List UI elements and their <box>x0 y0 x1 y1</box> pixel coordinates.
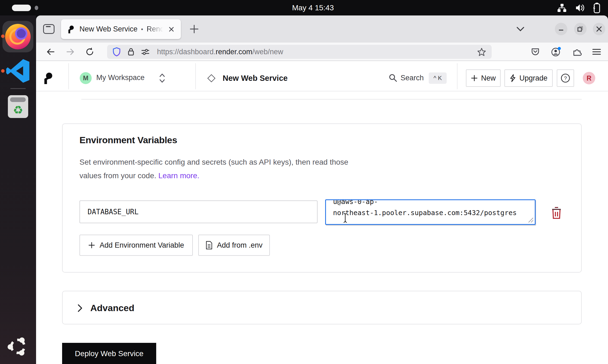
account-avatar[interactable]: R <box>583 72 595 84</box>
env-value-textarea[interactable]: u@aws-0-ap- northeast-1.pooler.supabase.… <box>325 199 536 225</box>
service-diamond-icon <box>207 74 216 82</box>
extensions-puzzle-icon[interactable] <box>572 47 582 57</box>
delete-variable-trash-icon[interactable] <box>551 206 562 219</box>
env-value-line1: u@aws-0-ap- <box>333 199 378 206</box>
browser-window: New Web Service • Rend <box>36 15 608 364</box>
url-prefix: https://dashboard. <box>157 48 216 56</box>
env-description: Set environment-specific config and secr… <box>79 155 348 183</box>
tab-strip: New Web Service • Rend <box>36 15 608 43</box>
render-favicon <box>66 25 75 33</box>
text-cursor <box>343 212 348 223</box>
chevron-right-icon[interactable] <box>77 303 83 313</box>
tab-list-chevron-icon[interactable] <box>516 26 525 32</box>
plus-icon <box>88 242 95 249</box>
url-bar[interactable]: https://dashboard.render.com/web/new <box>107 45 492 59</box>
workspace-switcher-icon[interactable] <box>159 72 166 84</box>
tab-separator: • <box>141 26 143 33</box>
reload-icon[interactable] <box>85 47 95 57</box>
resize-handle[interactable] <box>527 217 534 223</box>
workspace-name[interactable]: My Workspace <box>96 74 145 82</box>
header-divider <box>68 63 69 89</box>
new-button-label: New <box>481 74 496 82</box>
battery-charging-icon <box>593 2 601 13</box>
dock: ♻ <box>0 15 36 364</box>
tab-title-suffix: Rend <box>147 25 164 33</box>
add-environment-variable-button[interactable]: Add Environment Variable <box>79 235 193 256</box>
previous-card-edge <box>81 99 582 100</box>
clock[interactable]: May 4 15:43 <box>18 0 608 15</box>
new-tab-button[interactable] <box>188 22 200 36</box>
file-icon <box>206 241 213 250</box>
account-icon[interactable] <box>551 47 561 57</box>
shield-icon[interactable] <box>113 47 121 56</box>
upgrade-button[interactable]: Upgrade <box>504 69 553 87</box>
env-section-title: Environment Variables <box>79 135 177 145</box>
menu-hamburger-icon[interactable] <box>591 47 602 57</box>
env-description-line1: Set environment-specific config and secr… <box>79 158 348 166</box>
dock-item-trash[interactable]: ♻ <box>8 95 28 118</box>
env-value-line2: northeast-1.pooler.supabase.com:5432/pos… <box>333 209 517 217</box>
env-description-line2: values from your code. <box>79 171 158 180</box>
render-dashboard-page: M My Workspace New Web Service Search ^ … <box>36 61 608 364</box>
dock-divider <box>10 88 26 89</box>
firefox-view-icon[interactable] <box>43 24 55 34</box>
volume-icon <box>575 3 585 12</box>
dock-item-app-grid[interactable] <box>7 335 30 358</box>
add-variable-label: Add Environment Variable <box>100 241 184 250</box>
header-divider <box>195 63 196 89</box>
svg-text:?: ? <box>564 75 567 81</box>
advanced-title[interactable]: Advanced <box>90 303 135 313</box>
plus-icon <box>471 75 478 82</box>
browser-tab[interactable]: New Web Service • Rend <box>61 19 181 39</box>
permissions-icon[interactable] <box>141 48 150 56</box>
lightning-icon <box>510 74 516 82</box>
bookmark-star-icon[interactable] <box>477 47 486 56</box>
pocket-icon[interactable] <box>530 47 540 57</box>
dock-item-vscode[interactable] <box>6 59 30 83</box>
tab-title: New Web Service <box>79 25 137 33</box>
network-icon <box>557 3 567 12</box>
help-button[interactable]: ? <box>557 69 574 87</box>
env-value-text: u@aws-0-ap- northeast-1.pooler.supabase.… <box>326 199 535 218</box>
system-top-bar: May 4 15:43 <box>0 0 608 15</box>
back-icon[interactable] <box>46 47 56 57</box>
window-close-button[interactable] <box>593 23 605 35</box>
learn-more-link[interactable]: Learn more. <box>158 171 199 180</box>
forward-icon[interactable] <box>65 47 75 57</box>
running-indicator <box>1 69 5 73</box>
firefox-icon <box>5 24 31 49</box>
search-label[interactable]: Search <box>401 74 424 82</box>
vscode-icon <box>6 59 30 83</box>
advanced-card[interactable]: Advanced <box>62 291 582 324</box>
running-indicator <box>1 34 5 38</box>
env-key-value: DATABASE_URL <box>88 208 139 216</box>
new-button[interactable]: New <box>466 69 501 87</box>
add-from-env-button[interactable]: Add from .env <box>198 235 270 256</box>
add-from-env-label: Add from .env <box>217 241 263 250</box>
url-path: /web/new <box>252 48 283 56</box>
search-shortcut-badge: ^ K <box>429 72 447 84</box>
browser-navbar: https://dashboard.render.com/web/new <box>36 43 608 61</box>
page-title: New Web Service <box>223 74 288 83</box>
help-circle-icon: ? <box>560 73 571 83</box>
url-text[interactable]: https://dashboard.render.com/web/new <box>157 48 283 56</box>
trash-lid <box>10 97 26 102</box>
workspace-avatar[interactable]: M <box>80 72 92 84</box>
screen: May 4 15:43 <box>0 0 608 364</box>
app-header: M My Workspace New Web Service Search ^ … <box>36 61 608 91</box>
tab-close-icon[interactable] <box>167 25 175 33</box>
search-icon[interactable] <box>389 74 397 82</box>
ubuntu-logo-icon <box>7 335 30 358</box>
env-key-input[interactable]: DATABASE_URL <box>79 200 318 223</box>
system-tray[interactable] <box>557 0 601 15</box>
lock-icon[interactable] <box>127 47 135 56</box>
environment-variables-card: Environment Variables Set environment-sp… <box>62 123 582 273</box>
header-divider <box>457 63 457 89</box>
deploy-web-service-button[interactable]: Deploy Web Service <box>62 343 156 364</box>
window-restore-button[interactable] <box>574 23 587 35</box>
recycle-icon: ♻ <box>8 102 28 118</box>
url-domain: render.com <box>216 48 252 56</box>
render-logo-icon[interactable] <box>41 71 53 85</box>
window-minimize-button[interactable] <box>555 23 567 35</box>
dock-item-firefox[interactable] <box>2 21 33 52</box>
